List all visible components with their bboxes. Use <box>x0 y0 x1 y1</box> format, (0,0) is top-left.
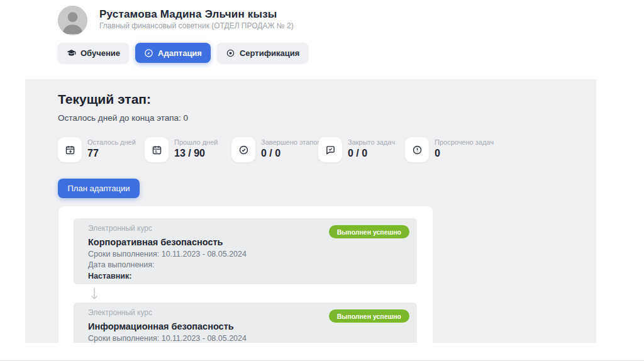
tab-adaptation[interactable]: Адаптация <box>135 43 211 63</box>
stat-label: Завершено этапов <box>261 138 321 146</box>
tab-training[interactable]: Обучение <box>58 43 129 63</box>
stats-row: Осталось дней 77 Прошло дней 13 / 90 Зав… <box>58 137 492 162</box>
graduation-cap-icon <box>67 48 76 58</box>
adaptation-compass-icon <box>144 48 153 58</box>
course-card[interactable]: Электронный курс Корпоративная безопасно… <box>74 218 417 284</box>
calendar-icon <box>145 137 169 162</box>
course-deadline: Сроки выполнения: 10.11.2023 - 08.05.202… <box>88 335 417 343</box>
course-mentor: Наставник: <box>88 272 417 280</box>
profile-name: Рустамова Мадина Эльчин кызы <box>99 8 277 21</box>
tab-adaptation-label: Адаптация <box>158 48 202 58</box>
stat-label: Прошло дней <box>174 138 218 146</box>
profile-tabs: Обучение Адаптация Сертификация <box>58 43 308 63</box>
course-title: Информационная безопасность <box>88 321 417 331</box>
course-deadline: Сроки выполнения: 10.11.2023 - 08.05.202… <box>88 250 417 259</box>
stat-value: 0 <box>435 148 494 159</box>
stat-tasks-overdue: Просрочено задач 0 <box>405 137 492 162</box>
course-completion-date: Дата выполнения: <box>88 261 417 270</box>
tab-certification[interactable]: Сертификация <box>217 43 308 63</box>
status-badge: Выполнен успешно <box>329 309 409 323</box>
tab-certification-label: Сертификация <box>240 48 299 58</box>
stat-label: Просрочено задач <box>435 138 494 146</box>
stat-value: 0 / 0 <box>261 148 321 159</box>
courses-list: Электронный курс Корпоративная безопасно… <box>58 206 433 343</box>
course-title: Корпоративная безопасность <box>88 237 417 247</box>
stat-label: Осталось дней <box>87 138 136 146</box>
flow-down-arrow-icon <box>90 287 433 300</box>
stat-label: Закрыто задач <box>348 138 395 146</box>
alert-circle-icon <box>405 137 429 162</box>
stat-days-remaining: Осталось дней 77 <box>58 137 145 162</box>
adaptation-plan-button[interactable]: План адаптации <box>58 179 140 198</box>
check-circle-icon <box>231 137 255 162</box>
avatar <box>58 6 87 35</box>
person-silhouette-icon <box>58 6 87 35</box>
stage-title: Текущий этап: <box>58 92 151 107</box>
tab-training-label: Обучение <box>80 48 120 58</box>
certification-seal-icon <box>226 48 235 58</box>
profile-job-title: Главный финансовый советник (ОТДЕЛ ПРОДА… <box>99 21 294 30</box>
adaptation-panel: Текущий этап: Осталось дней до конца эта… <box>25 79 596 343</box>
stat-stages-completed: Завершено этапов 0 / 0 <box>231 137 318 162</box>
calendar-sync-icon <box>58 137 82 162</box>
course-card[interactable]: Электронный курс Информационная безопасн… <box>74 303 417 343</box>
stat-value: 0 / 0 <box>348 148 395 159</box>
stat-value: 13 / 90 <box>174 148 218 159</box>
stage-days-left: Осталось дней до конца этапа: 0 <box>58 113 188 123</box>
stat-tasks-closed: Закрыто задач 0 / 0 <box>318 137 405 162</box>
task-check-icon <box>318 137 342 162</box>
stat-days-passed: Прошло дней 13 / 90 <box>145 137 231 162</box>
stat-value: 77 <box>87 148 136 159</box>
status-badge: Выполнен успешно <box>329 225 409 238</box>
